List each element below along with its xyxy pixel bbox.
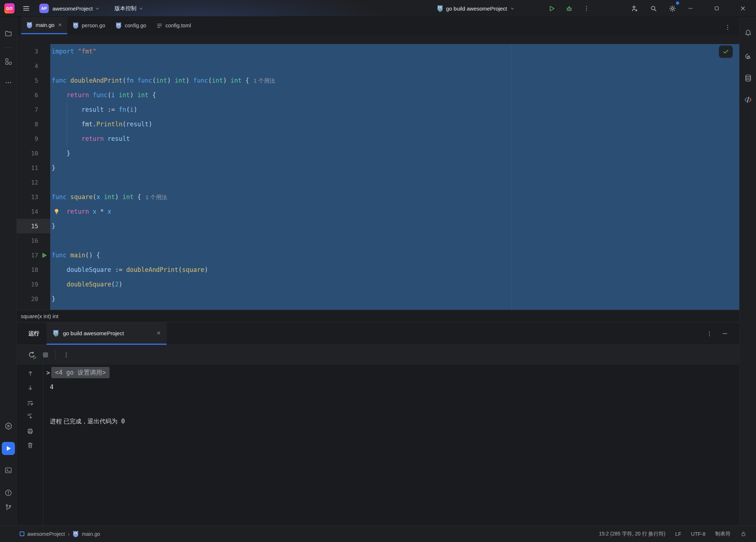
up-arrow-icon[interactable] xyxy=(26,369,34,377)
code-line[interactable]: } xyxy=(50,292,739,306)
gutter[interactable]: 13 xyxy=(17,190,50,204)
breadcrumb-module[interactable]: awesomeProject xyxy=(27,531,65,537)
gutter[interactable]: 15 xyxy=(17,219,50,233)
code-with-me-icon[interactable] xyxy=(629,3,640,14)
project-selector[interactable]: awesomeProject xyxy=(50,3,102,14)
titlebar: GO AP awesomeProject 版本控制 go build aweso… xyxy=(0,0,756,17)
lock-icon[interactable] xyxy=(740,531,747,537)
editor-tabbar: main.go✕person.goconfig.goconfig.toml xyxy=(17,17,739,35)
code-line[interactable]: fmt.Println(result) xyxy=(50,117,739,131)
database-icon[interactable] xyxy=(741,71,755,84)
code-line[interactable] xyxy=(50,59,739,73)
ai-assistant-icon[interactable] xyxy=(741,50,755,63)
more-tools-icon[interactable] xyxy=(2,76,15,89)
code-line[interactable]: result := fn(i) xyxy=(50,102,739,117)
caret-position[interactable]: 15:2 (285 字符, 20 行 换行符) xyxy=(599,531,665,537)
close-icon[interactable]: ✕ xyxy=(58,22,62,28)
scroll-to-end-icon[interactable] xyxy=(26,412,34,420)
gutter[interactable]: 17 xyxy=(17,248,50,262)
gutter[interactable]: 12 xyxy=(17,175,50,190)
gutter[interactable]: 6 xyxy=(17,88,50,102)
notifications-icon[interactable] xyxy=(741,26,755,39)
code-line[interactable]: } xyxy=(50,161,739,175)
maximize-button[interactable] xyxy=(704,0,730,17)
gutter[interactable]: 18 xyxy=(17,262,50,277)
tab-main.go[interactable]: main.go✕ xyxy=(21,17,67,34)
gutter[interactable]: 7 xyxy=(17,102,50,117)
rerun-button[interactable] xyxy=(28,351,36,359)
code-line[interactable] xyxy=(50,233,739,248)
usages-inlay-hint[interactable]: 1 个用法 xyxy=(146,194,167,200)
gutter[interactable]: 9 xyxy=(17,131,50,146)
gutter[interactable]: 4 xyxy=(17,59,50,73)
hamburger-menu-icon[interactable] xyxy=(20,3,32,14)
vcs-menu[interactable]: 版本控制 xyxy=(112,3,146,14)
line-ending[interactable]: LF xyxy=(675,531,681,537)
gutter[interactable]: 16 xyxy=(17,233,50,248)
run-button[interactable] xyxy=(546,3,557,14)
tab-person.go[interactable]: person.go xyxy=(67,17,111,34)
search-icon[interactable] xyxy=(648,3,659,14)
gutter[interactable]: 8 xyxy=(17,117,50,131)
problems-tool-icon[interactable] xyxy=(2,486,15,499)
gutter[interactable]: 5 xyxy=(17,73,50,88)
inspections-widget[interactable] xyxy=(719,46,733,58)
usages-inlay-hint[interactable]: 1 个用法 xyxy=(254,78,275,84)
code-editor[interactable]: 3import "fmt"45func doubleAndPrint(fn fu… xyxy=(17,35,739,310)
endpoints-icon[interactable] xyxy=(741,93,755,106)
soft-wrap-icon[interactable] xyxy=(26,399,34,407)
gutter[interactable]: 3 xyxy=(17,44,50,59)
run-panel-title[interactable]: 运行 xyxy=(28,323,39,345)
code-line[interactable]: return result xyxy=(50,131,739,146)
folded-setup-calls-chip[interactable]: <4 go 设置调用> xyxy=(51,367,110,378)
version-control-tool-icon[interactable] xyxy=(2,501,15,514)
breadcrumb-file[interactable]: main.go xyxy=(82,531,100,537)
run-panel-options-icon[interactable] xyxy=(706,331,713,337)
code-line[interactable]: return x * x xyxy=(50,204,739,219)
tab-config.go[interactable]: config.go xyxy=(110,17,151,34)
code-line[interactable]: doubleSquare(2) xyxy=(50,277,739,292)
gutter[interactable]: 11 xyxy=(17,161,50,175)
print-icon[interactable] xyxy=(26,427,34,435)
intention-bulb-icon[interactable] xyxy=(53,208,60,215)
minimize-button[interactable] xyxy=(677,0,704,17)
tab-options-icon[interactable] xyxy=(722,21,733,33)
code-line[interactable]: doubleSquare := doubleAndPrint(square) xyxy=(50,262,739,277)
code-line[interactable]: return func(i int) int { xyxy=(50,88,739,102)
code-line[interactable]: func doubleAndPrint(fn func(int) int) fu… xyxy=(50,73,739,88)
run-line-icon[interactable] xyxy=(38,252,50,258)
editor-line-8: 8 fmt.Println(result) xyxy=(17,117,739,131)
line-number: 16 xyxy=(17,237,38,244)
run-tab[interactable]: go build awesomeProject ✕ xyxy=(47,323,167,345)
close-icon[interactable]: ✕ xyxy=(156,330,161,336)
code-line[interactable]: func square(x int) int {1 个用法 xyxy=(50,190,739,204)
hide-panel-icon[interactable] xyxy=(721,330,728,337)
gutter[interactable]: 19 xyxy=(17,277,50,292)
code-line[interactable]: } xyxy=(50,219,739,233)
clear-console-icon[interactable] xyxy=(26,441,34,449)
gutter[interactable]: 14 xyxy=(17,204,50,219)
more-actions-icon[interactable] xyxy=(581,3,592,14)
structure-tool-icon[interactable] xyxy=(2,55,15,68)
code-line[interactable]: } xyxy=(50,146,739,161)
run-console[interactable]: > <4 go 设置调用> 4 进程 已完成，退出代码为 0 xyxy=(17,365,739,525)
stop-button[interactable] xyxy=(43,352,48,357)
debug-button[interactable] xyxy=(563,3,575,14)
gutter[interactable]: 10 xyxy=(17,146,50,161)
run-tool-icon[interactable] xyxy=(2,442,15,455)
code-line[interactable]: func main() { xyxy=(50,248,739,262)
console-more-icon[interactable] xyxy=(63,352,69,358)
indent-style[interactable]: 制表符 xyxy=(715,531,731,537)
file-encoding[interactable]: UTF-8 xyxy=(691,531,705,537)
down-arrow-icon[interactable] xyxy=(26,384,34,392)
run-config-selector[interactable]: go build awesomeProject xyxy=(435,3,517,14)
close-button[interactable] xyxy=(730,0,756,17)
terminal-tool-icon[interactable] xyxy=(2,464,15,477)
code-line[interactable] xyxy=(50,175,739,190)
settings-icon[interactable] xyxy=(667,3,678,14)
code-line[interactable]: import "fmt" xyxy=(50,44,739,59)
tab-config.toml[interactable]: config.toml xyxy=(151,17,196,34)
services-tool-icon[interactable] xyxy=(2,419,15,432)
project-tool-icon[interactable] xyxy=(2,27,15,40)
gutter[interactable]: 20 xyxy=(17,292,50,306)
